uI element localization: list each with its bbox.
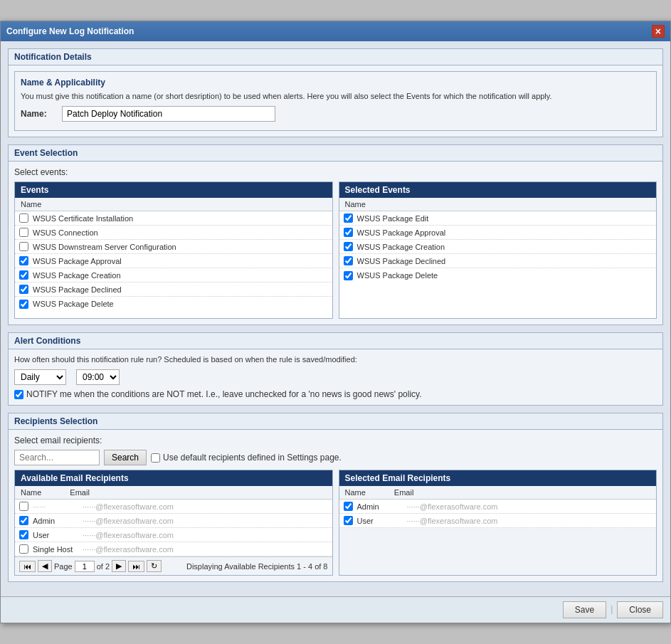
page-label: Page	[54, 562, 73, 571]
recipients-title: Recipients Selection	[9, 413, 662, 430]
event-label-4: WSUS Package Approval	[33, 257, 122, 265]
event-checkbox-3[interactable]	[19, 242, 28, 251]
selected-event-item: WSUS Package Delete	[339, 268, 657, 283]
available-recipients-panel: Available Email Recipients Name Email ··…	[14, 470, 333, 576]
available-recipient-name-1: ······	[33, 502, 83, 511]
selected-event-checkbox-2[interactable]	[344, 228, 353, 237]
available-email-col: Email	[70, 488, 90, 497]
available-recipient-name-4: Single Host	[33, 545, 83, 554]
next-page-button[interactable]: ▶	[112, 560, 126, 572]
dialog-close-button[interactable]: ×	[652, 25, 665, 38]
selected-recipient-checkbox-2[interactable]	[344, 516, 353, 525]
available-recipient-email-1: ······@flexerasoftware.com	[83, 502, 174, 511]
available-recipient-item-4: Single Host ······@flexerasoftware.com	[15, 542, 332, 556]
alert-conditions-title: Alert Conditions	[9, 333, 662, 349]
notification-name-input[interactable]	[62, 106, 275, 122]
event-label-3: WSUS Downstream Server Configuration	[33, 243, 176, 251]
available-recipient-email-2: ······@flexerasoftware.com	[83, 517, 174, 525]
available-recipient-checkbox-4[interactable]	[19, 544, 28, 554]
selected-recipient-item-1: Admin ······@flexerasoftware.com	[339, 500, 657, 514]
selected-recipients-list: Admin ······@flexerasoftware.com User ··…	[339, 500, 657, 528]
first-page-button[interactable]: ⏮	[19, 561, 36, 572]
event-checkbox-4[interactable]	[19, 256, 28, 265]
pagination-left: ⏮ ◀ Page of 2 ▶ ⏭ ↻	[19, 560, 162, 572]
dialog-title-bar: Configure New Log Notification ×	[1, 21, 670, 41]
available-name-col: Name	[21, 488, 41, 497]
selected-recipient-checkbox-1[interactable]	[344, 502, 353, 511]
event-checkbox-1[interactable]	[19, 213, 28, 223]
selected-events-name-col: Name	[339, 198, 657, 211]
selected-event-label-4: WSUS Package Declined	[357, 257, 446, 265]
selected-event-checkbox-3[interactable]	[344, 242, 353, 251]
frequency-select[interactable]: Daily Weekly Monthly	[14, 369, 66, 385]
available-recipient-email-3: ······@flexerasoftware.com	[83, 531, 174, 539]
use-default-checkbox[interactable]	[151, 453, 160, 463]
selected-event-label-3: WSUS Package Creation	[357, 243, 445, 251]
recipients-container: Available Email Recipients Name Email ··…	[14, 470, 657, 576]
selected-event-label-5: WSUS Package Delete	[357, 271, 438, 280]
selected-event-label-1: WSUS Package Edit	[357, 214, 429, 223]
dialog-title-text: Configure New Log Notification	[6, 26, 134, 36]
display-info: Displaying Available Recipients 1 - 4 of…	[186, 562, 328, 571]
search-button[interactable]: Search	[104, 450, 147, 465]
time-select[interactable]: 09:00 10:00 11:00 12:00	[76, 369, 120, 385]
search-input[interactable]	[14, 450, 100, 465]
event-item: WSUS Package Delete	[15, 297, 332, 311]
event-checkbox-6[interactable]	[19, 285, 28, 294]
notification-details-section: Notification Details Name & Applicabilit…	[8, 48, 663, 137]
last-page-button[interactable]: ⏭	[128, 561, 144, 572]
event-checkbox-2[interactable]	[19, 228, 28, 237]
page-number-input[interactable]	[75, 561, 95, 572]
available-recipients-subheader: Name Email	[15, 486, 332, 500]
event-checkbox-5[interactable]	[19, 270, 28, 280]
configure-dialog: Configure New Log Notification × Notific…	[0, 21, 671, 623]
selected-recipients-subheader: Name Email	[339, 486, 657, 500]
notify-checkbox[interactable]	[14, 390, 23, 399]
selected-name-col: Name	[345, 488, 366, 497]
notify-text: NOTIFY me when the conditions are NOT me…	[26, 389, 422, 399]
available-recipient-checkbox-1[interactable]	[19, 502, 28, 511]
selected-event-item: WSUS Package Declined	[339, 254, 657, 268]
alert-conditions-section: Alert Conditions How often should this n…	[8, 332, 663, 406]
available-recipient-item-3: User ······@flexerasoftware.com	[15, 528, 332, 542]
event-label-7: WSUS Package Delete	[33, 300, 114, 308]
available-recipient-name-2: Admin	[33, 517, 83, 525]
select-recipients-label: Select email recipients:	[14, 436, 657, 445]
selected-event-item: WSUS Package Creation	[339, 240, 657, 254]
available-recipient-checkbox-2[interactable]	[19, 516, 28, 525]
select-events-label: Select events:	[14, 167, 657, 177]
alert-conditions-body: How often should this notification rule …	[9, 349, 662, 405]
search-row: Search Use default recipients defined in…	[14, 450, 657, 465]
name-applicability-description: You must give this notification a name (…	[21, 92, 650, 100]
available-recipient-checkbox-3[interactable]	[19, 530, 28, 539]
selected-recipient-name-1: Admin	[357, 502, 407, 511]
event-label-1: WSUS Certificate Installation	[33, 214, 133, 223]
schedule-row: Daily Weekly Monthly 09:00 10:00 11:00 1…	[14, 369, 657, 385]
selected-event-item: WSUS Package Approval	[339, 226, 657, 240]
selected-event-item: WSUS Package Edit	[339, 211, 657, 226]
recipients-body: Select email recipients: Search Use defa…	[9, 430, 662, 581]
name-applicability-subsection: Name & Applicability You must give this …	[14, 71, 657, 131]
close-button[interactable]: Close	[617, 601, 663, 618]
name-applicability-title: Name & Applicability	[21, 78, 650, 88]
event-item: WSUS Package Creation	[15, 268, 332, 283]
events-name-col: Name	[15, 198, 332, 211]
event-item: WSUS Package Declined	[15, 283, 332, 297]
selected-event-checkbox-5[interactable]	[344, 271, 353, 280]
default-label: Use default recipients defined in Settin…	[163, 453, 342, 463]
selected-recipients-header: Selected Email Recipients	[339, 470, 657, 486]
selected-events-list: WSUS Package Edit WSUS Package Approval …	[339, 211, 657, 318]
available-events-panel: Events Name WSUS Certificate Installatio…	[14, 181, 333, 319]
selected-event-checkbox-4[interactable]	[344, 256, 353, 265]
available-recipients-header: Available Email Recipients	[15, 470, 332, 486]
prev-page-button[interactable]: ◀	[38, 560, 52, 572]
events-container: Events Name WSUS Certificate Installatio…	[14, 181, 657, 319]
event-item: WSUS Downstream Server Configuration	[15, 240, 332, 254]
refresh-button[interactable]: ↻	[147, 560, 162, 572]
event-checkbox-7[interactable]	[19, 300, 28, 309]
selected-events-panel: Selected Events Name WSUS Package Edit W…	[339, 181, 657, 319]
selected-event-checkbox-1[interactable]	[344, 213, 353, 223]
available-recipient-item-2: Admin ······@flexerasoftware.com	[15, 514, 332, 528]
available-recipient-name-3: User	[33, 531, 83, 539]
save-button[interactable]: Save	[563, 601, 606, 618]
